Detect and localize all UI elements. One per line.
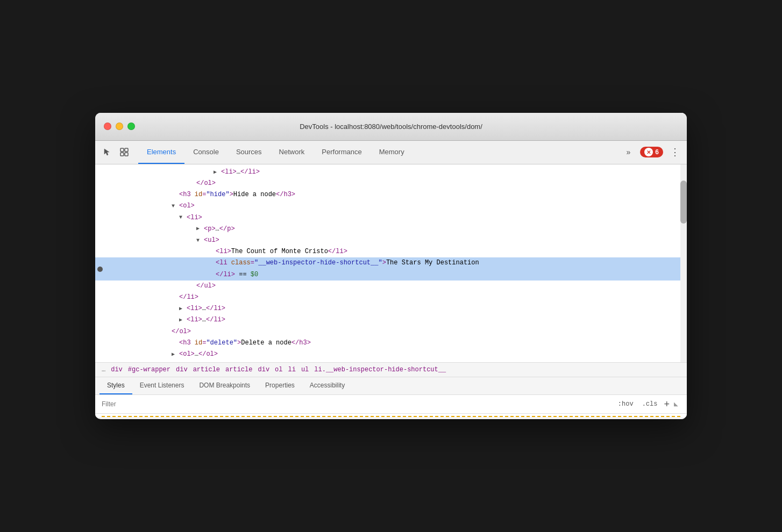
breadcrumb-item[interactable]: ul (301, 366, 309, 373)
add-style-button[interactable]: + (664, 399, 670, 409)
breadcrumb-item[interactable]: div (111, 366, 123, 373)
error-count: 6 (655, 148, 659, 156)
breadcrumb-item-hide-shortcut[interactable]: li.__web-inspector-hide-shortcut__ (314, 366, 446, 373)
breadcrumb-item[interactable]: li (288, 366, 296, 373)
tab-sources[interactable]: Sources (228, 140, 271, 164)
hov-button[interactable]: :hov (616, 399, 636, 409)
maximize-button[interactable] (127, 123, 135, 130)
breadcrumb-bar: … div #gc-wrapper div article article di… (95, 362, 687, 377)
traffic-lights (104, 123, 135, 130)
tabbar-right: » ✕ 6 ⋮ (621, 145, 683, 160)
collapse-icon[interactable] (172, 202, 179, 211)
tabbar-icons (99, 145, 132, 160)
tab-properties[interactable]: Properties (258, 377, 302, 394)
scrollbar-thumb[interactable] (680, 181, 687, 224)
titlebar: DevTools - localhost:8080/web/tools/chro… (95, 113, 687, 141)
cursor-icon[interactable] (99, 145, 115, 160)
tabs: Elements Console Sources Network Perform… (138, 140, 621, 164)
dom-line[interactable]: <ol>…</ol> (95, 349, 687, 360)
svg-rect-1 (125, 148, 128, 152)
tab-performance[interactable]: Performance (313, 140, 370, 164)
bottom-panel: Styles Event Listeners DOM Breakpoints P… (95, 377, 687, 417)
dom-line[interactable]: <li>The Count of Monte Cristo</li> (95, 246, 687, 257)
dom-line[interactable]: <ol> (95, 200, 687, 212)
breadcrumb-item[interactable]: div (176, 366, 188, 373)
dom-line[interactable]: <li> (95, 212, 687, 224)
breadcrumb-item[interactable]: ol (275, 366, 282, 373)
svg-rect-3 (125, 153, 128, 156)
dom-line-selected[interactable]: <li class="__web-inspector-hide-shortcut… (95, 257, 687, 269)
dom-line[interactable]: <p>…</p> (95, 224, 687, 235)
dom-line[interactable]: </li> (95, 292, 687, 303)
breadcrumb-item[interactable]: article (193, 366, 220, 373)
resize-handle[interactable]: ◣ (674, 401, 680, 407)
tab-accessibility[interactable]: Accessibility (302, 377, 352, 394)
dom-line-close-selected[interactable]: </li> == $0 (95, 269, 687, 281)
minimize-button[interactable] (116, 123, 123, 130)
collapse-icon[interactable] (179, 213, 187, 222)
scrollbar[interactable] (680, 164, 687, 362)
close-button[interactable] (104, 123, 111, 130)
error-icon: ✕ (644, 148, 653, 156)
dom-line[interactable]: </ol> (95, 326, 687, 337)
tabbar: Elements Console Sources Network Perform… (95, 141, 687, 164)
dom-line[interactable]: <li>…</li> (95, 303, 687, 314)
dashed-border-indicator (102, 416, 680, 417)
more-tabs-button[interactable]: » (621, 145, 636, 160)
tab-network[interactable]: Network (271, 140, 314, 164)
filter-bar: :hov .cls + ◣ (95, 395, 687, 414)
tab-memory[interactable]: Memory (371, 140, 413, 164)
breadcrumb-item[interactable]: div (258, 366, 269, 373)
breadcrumb-ellipsis: … (102, 366, 105, 373)
svg-rect-0 (120, 148, 124, 152)
dom-line[interactable]: <li>…</li> (95, 167, 687, 178)
devtools-window: DevTools - localhost:8080/web/tools/chro… (95, 113, 687, 419)
cls-button[interactable]: .cls (640, 399, 660, 409)
dom-line[interactable]: <h3 id="hide">Hide a node</h3> (95, 189, 687, 200)
dom-panel: <li>…</li> </ol> <h3 id="hide">Hide a no… (95, 164, 687, 362)
dom-line[interactable]: </ul> (95, 281, 687, 292)
dom-line[interactable]: <ul> (95, 235, 687, 246)
inspect-icon[interactable] (117, 145, 132, 160)
expand-icon[interactable] (172, 350, 179, 359)
bottom-tabs: Styles Event Listeners DOM Breakpoints P… (95, 377, 687, 395)
collapse-icon[interactable] (196, 236, 204, 245)
tab-console[interactable]: Console (184, 140, 228, 164)
breadcrumb-item[interactable]: article (225, 366, 252, 373)
tab-dom-breakpoints[interactable]: DOM Breakpoints (191, 377, 258, 394)
error-badge[interactable]: ✕ 6 (640, 147, 663, 157)
dom-content: <li>…</li> </ol> <h3 id="hide">Hide a no… (95, 164, 687, 362)
expand-icon[interactable] (179, 316, 187, 325)
breadcrumb-item-gc-wrapper[interactable]: #gc-wrapper (128, 366, 170, 373)
tab-elements[interactable]: Elements (138, 140, 184, 164)
expand-icon[interactable] (214, 168, 221, 177)
settings-button[interactable]: ⋮ (667, 145, 683, 160)
expand-icon[interactable] (196, 225, 204, 233)
dom-line[interactable]: <li>…</li> (95, 314, 687, 326)
filter-input[interactable] (102, 400, 609, 408)
expand-icon[interactable] (179, 305, 187, 313)
dom-line[interactable]: </ol> (95, 178, 687, 189)
tab-styles[interactable]: Styles (99, 377, 132, 394)
tab-event-listeners[interactable]: Event Listeners (132, 377, 192, 394)
svg-rect-2 (120, 153, 124, 156)
window-title: DevTools - localhost:8080/web/tools/chro… (300, 123, 482, 131)
filter-buttons: :hov .cls + ◣ (616, 399, 680, 409)
dom-line-wrapper-selected: <li class="__web-inspector-hide-shortcut… (95, 257, 687, 280)
dom-line[interactable]: <h3 id="delete">Delete a node</h3> (95, 337, 687, 349)
